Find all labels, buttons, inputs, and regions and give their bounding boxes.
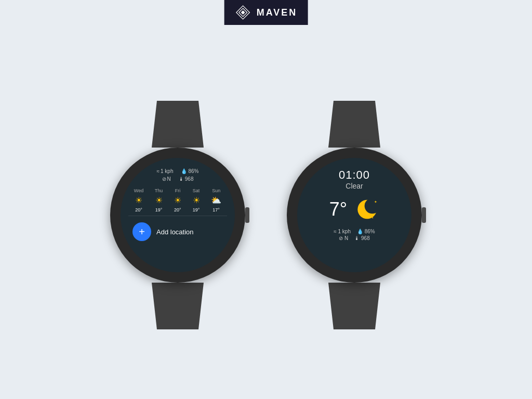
- watch-right: 01:00 Clear 7° ✦ ✦: [287, 101, 422, 329]
- header-title: MAVEN: [257, 7, 298, 18]
- svg-text:✦: ✦: [374, 200, 377, 204]
- night-temperature: 7°: [329, 198, 347, 220]
- watch-left-body: ≈ 1 kph 💧 86% ⊘ N: [110, 148, 245, 283]
- humidity-icon: 💧: [181, 168, 187, 174]
- watch-left-band-top: [152, 101, 204, 148]
- watch-left-screen: ≈ 1 kph 💧 86% ⊘ N: [121, 158, 235, 272]
- wind-icon: ≈: [157, 168, 160, 174]
- watch-right-band-bottom: [328, 283, 380, 329]
- forecast-stats-row1: ≈ 1 kph 💧 86%: [128, 168, 227, 174]
- pressure-icon: 🌡: [179, 176, 184, 182]
- forecast-day-fri: Fri ☀ 20°: [174, 188, 181, 212]
- day-temp-thu: 19°: [155, 207, 163, 212]
- forecast-day-thu: Thu ☀ 19°: [155, 188, 163, 212]
- night-wind-stat: ≈ 1 kph: [334, 229, 351, 234]
- day-temp-sun: 17°: [212, 207, 220, 212]
- forecast-day-sat: Sat ☀ 19°: [193, 188, 200, 212]
- day-temp-fri: 20°: [174, 207, 181, 212]
- add-location-row[interactable]: + Add location: [128, 222, 227, 241]
- direction-value: N: [167, 176, 171, 182]
- forecast-day-sun: Sun ⛅ 17°: [211, 188, 221, 212]
- day-icon-fri: ☀: [174, 195, 181, 205]
- night-humidity-stat: 💧 86%: [357, 229, 375, 234]
- direction-stat: ⊘ N: [162, 176, 171, 182]
- forecast-days: Wed ☀ 20° Thu ☀ 19° Fri ☀ 20°: [128, 188, 227, 216]
- night-screen: 01:00 Clear 7° ✦ ✦: [297, 158, 411, 272]
- night-stats-row1: ≈ 1 kph 💧 86%: [334, 229, 375, 234]
- watch-right-crown: [422, 207, 426, 223]
- header: MAVEN: [224, 0, 308, 25]
- night-stats-row2: ⊘ N 🌡 968: [339, 235, 369, 241]
- watch-right-body: 01:00 Clear 7° ✦ ✦: [287, 148, 422, 283]
- svg-text:✦: ✦: [371, 216, 374, 219]
- forecast-stats-row2: ⊘ N 🌡 968: [128, 176, 227, 182]
- day-icon-sat: ☀: [193, 195, 200, 205]
- night-direction-stat: ⊘ N: [339, 235, 348, 241]
- day-icon-wed: ☀: [135, 195, 142, 205]
- pressure-value: 968: [185, 176, 194, 182]
- forecast-screen: ≈ 1 kph 💧 86% ⊘ N: [121, 158, 235, 272]
- watch-right-screen: 01:00 Clear 7° ✦ ✦: [297, 158, 411, 272]
- humidity-stat: 💧 86%: [181, 168, 198, 174]
- day-temp-sat: 19°: [193, 207, 200, 212]
- watch-left-band-bottom: [152, 283, 204, 329]
- day-label-sat: Sat: [193, 188, 200, 193]
- day-label-thu: Thu: [155, 188, 163, 193]
- humidity-value: 86%: [188, 168, 198, 174]
- day-label-fri: Fri: [175, 188, 181, 193]
- add-location-label: Add location: [156, 228, 194, 236]
- watch-left-crown: [245, 207, 249, 223]
- night-main: 7° ✦ ✦: [329, 196, 379, 222]
- watch-left: ≈ 1 kph 💧 86% ⊘ N: [110, 101, 245, 329]
- wind-value: 1 kph: [161, 168, 173, 174]
- night-condition: Clear: [345, 182, 363, 190]
- night-time: 01:00: [339, 168, 370, 182]
- pressure-stat: 🌡 968: [179, 176, 194, 182]
- main-content: ≈ 1 kph 💧 86% ⊘ N: [0, 0, 532, 399]
- day-icon-sun: ⛅: [211, 195, 221, 205]
- watch-right-band-top: [328, 101, 380, 148]
- night-stats: ≈ 1 kph 💧 86% ⊘ N 🌡 968: [334, 229, 375, 241]
- moon-icon: ✦ ✦: [353, 196, 379, 222]
- day-label-wed: Wed: [134, 188, 143, 193]
- day-temp-wed: 20°: [135, 207, 142, 212]
- maven-logo-icon: [235, 4, 251, 21]
- forecast-day-wed: Wed ☀ 20°: [134, 188, 143, 212]
- plus-icon: +: [139, 227, 145, 237]
- add-location-button[interactable]: +: [132, 222, 151, 241]
- night-pressure-stat: 🌡 968: [354, 235, 369, 241]
- day-label-sun: Sun: [212, 188, 220, 193]
- wind-stat: ≈ 1 kph: [157, 168, 174, 174]
- day-icon-thu: ☀: [155, 195, 163, 205]
- direction-icon: ⊘: [162, 176, 166, 182]
